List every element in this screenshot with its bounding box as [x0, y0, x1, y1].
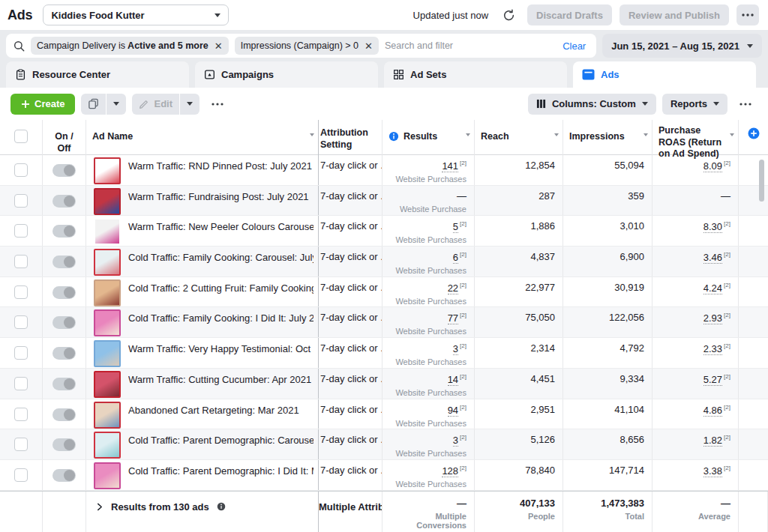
ad-name-link[interactable]: Warm Traffic: RND Pinned Post: July 2021: [128, 157, 312, 172]
table-more-button[interactable]: [734, 103, 758, 106]
edit-dropdown-button[interactable]: [180, 94, 200, 115]
search-filter-bar[interactable]: Campaign Delivery isActive and 5 more ✕ …: [6, 34, 596, 58]
search-filter-input[interactable]: [385, 40, 556, 51]
roas-value[interactable]: 3.38: [704, 465, 722, 477]
header-purchase-roas[interactable]: Purchase ROAS (Return on Ad Spend): [652, 120, 739, 160]
row-checkbox[interactable]: [14, 346, 28, 360]
ad-toggle[interactable]: [52, 164, 76, 177]
ad-toggle[interactable]: [52, 225, 76, 238]
reports-dropdown[interactable]: Reports: [662, 94, 728, 115]
results-value[interactable]: 5: [453, 221, 458, 233]
header-reach[interactable]: Reach: [475, 120, 563, 160]
add-column-icon[interactable]: [748, 127, 760, 139]
row-checkbox[interactable]: [14, 315, 28, 329]
ad-toggle[interactable]: [52, 195, 76, 208]
ad-name-link[interactable]: Cold Traffic: 2 Cutting Fruit: Family Co…: [128, 279, 314, 294]
row-checkbox[interactable]: [14, 468, 28, 482]
header-results[interactable]: Results: [382, 120, 475, 160]
row-checkbox[interactable]: [14, 224, 28, 238]
row-checkbox[interactable]: [14, 438, 28, 451]
date-range-selector[interactable]: Jun 15, 2021 – Aug 15, 2021: [602, 34, 762, 58]
ad-name-link[interactable]: Warm Traffic: Very Happy Testimonial: Oc…: [128, 339, 314, 354]
vertical-scrollbar[interactable]: [759, 160, 764, 202]
ads-icon: [582, 69, 595, 80]
ad-toggle[interactable]: [52, 286, 76, 299]
chevron-down-icon: [214, 13, 220, 17]
results-value[interactable]: 94: [448, 405, 458, 417]
row-checkbox[interactable]: [14, 408, 28, 421]
select-all-checkbox[interactable]: [14, 130, 28, 143]
ad-toggle[interactable]: [52, 378, 76, 390]
roas-value[interactable]: 2.93: [704, 312, 722, 324]
ad-toggle[interactable]: [52, 256, 76, 268]
filter-chip-campaign-delivery[interactable]: Campaign Delivery isActive and 5 more ✕: [31, 37, 229, 55]
results-value[interactable]: 128: [442, 465, 458, 477]
row-checkbox[interactable]: [14, 377, 28, 390]
remove-filter-icon[interactable]: ✕: [214, 41, 223, 51]
ad-name-link[interactable]: Cold Traffic: Parent Demographic: I Did …: [128, 462, 314, 477]
results-value[interactable]: 77: [448, 312, 458, 324]
roas-value[interactable]: 8.30: [704, 221, 722, 233]
duplicate-button[interactable]: [81, 94, 106, 115]
discard-drafts-button[interactable]: Discard Drafts: [527, 4, 612, 25]
roas-value[interactable]: 4.24: [704, 282, 722, 294]
expand-chevron-icon[interactable]: [95, 503, 104, 511]
reach-cell: 1,886: [475, 216, 563, 246]
row-checkbox[interactable]: [14, 255, 28, 268]
results-value[interactable]: 6: [453, 252, 458, 264]
roas-value[interactable]: 4.86: [704, 405, 722, 417]
columns-dropdown[interactable]: Columns: Custom: [528, 94, 656, 115]
results-value[interactable]: 22: [448, 282, 458, 294]
impressions-cell: 147,714: [563, 460, 652, 490]
toolbar-more-button[interactable]: [206, 103, 230, 106]
results-type: Website Purchases: [386, 419, 466, 428]
header-ad-name[interactable]: Ad Name: [86, 120, 319, 160]
ad-name-link[interactable]: Warm Traffic: New Peeler Colours Carouse…: [128, 217, 314, 232]
roas-ref: [2]: [724, 220, 730, 227]
roas-value[interactable]: 5.27: [704, 374, 722, 386]
ad-toggle[interactable]: [52, 469, 76, 482]
results-value[interactable]: 141: [442, 160, 458, 172]
ad-toggle[interactable]: [52, 347, 76, 360]
create-button[interactable]: Create: [10, 94, 75, 115]
edit-button[interactable]: Edit: [132, 94, 179, 115]
roas-value[interactable]: 2.33: [704, 343, 722, 355]
ad-toggle[interactable]: [52, 316, 76, 329]
tab-ads[interactable]: Ads: [573, 61, 756, 88]
clear-filters-link[interactable]: Clear: [562, 40, 586, 52]
topbar-more-button[interactable]: [736, 4, 759, 25]
summary-results: —: [386, 498, 466, 509]
row-checkbox[interactable]: [14, 194, 28, 208]
search-icon: [14, 40, 25, 52]
ad-toggle[interactable]: [52, 408, 76, 421]
remove-filter-icon[interactable]: ✕: [364, 41, 373, 51]
roas-value[interactable]: 3.46: [704, 252, 722, 264]
results-value[interactable]: 3: [453, 343, 458, 355]
header-impressions[interactable]: Impressions: [563, 120, 652, 160]
impressions-cell: 4,792: [563, 338, 652, 368]
tab-resource-center[interactable]: Resource Center: [6, 61, 189, 88]
row-checkbox[interactable]: [14, 163, 28, 177]
duplicate-dropdown-button[interactable]: [106, 94, 126, 115]
filter-chip-impressions[interactable]: Impressions (Campaign) > 0 ✕: [235, 37, 379, 55]
results-value[interactable]: 3: [453, 435, 458, 447]
results-value[interactable]: 14: [448, 374, 458, 386]
ad-name-link[interactable]: Warm Traffic: Cutting Cucumber: Apr 2021: [128, 370, 311, 385]
ad-name-link[interactable]: Cold Traffic: Family Cooking: I Did It: …: [128, 309, 314, 324]
ad-name-link[interactable]: Cold Traffic: Family Cooking: Carousel: …: [128, 248, 314, 263]
roas-value[interactable]: 1.82: [704, 435, 722, 447]
refresh-button[interactable]: [497, 4, 520, 25]
ad-name-link[interactable]: Cold Traffic: Parent Demographic: Carous…: [128, 431, 314, 446]
ad-name-link[interactable]: Abandoned Cart Retargeting: Mar 2021: [128, 401, 299, 416]
ad-thumbnail: [94, 218, 121, 245]
ad-thumbnail: [94, 188, 121, 215]
summary-row: Results from 130 ads Multiple Attrib... …: [0, 491, 768, 532]
row-checkbox[interactable]: [14, 285, 28, 299]
tab-ad-sets[interactable]: Ad Sets: [384, 61, 567, 88]
review-and-publish-button[interactable]: Review and Publish: [620, 4, 729, 25]
roas-value[interactable]: 8.09: [704, 160, 722, 172]
account-selector[interactable]: Kiddies Food Kutter: [43, 4, 229, 25]
ad-name-link[interactable]: Warm Traffic: Fundraising Post: July 202…: [128, 187, 309, 202]
ad-toggle[interactable]: [52, 438, 76, 451]
tab-campaigns[interactable]: Campaigns: [195, 61, 378, 88]
